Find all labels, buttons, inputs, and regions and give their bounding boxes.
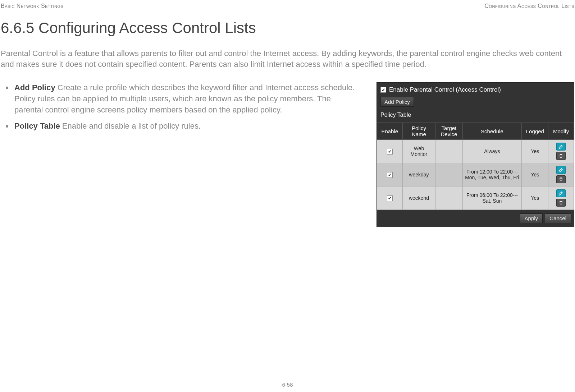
cell-modify <box>548 186 574 210</box>
bullet-text: Enable and disable a list of policy rule… <box>60 121 201 130</box>
cell-policy-name: Web Monitor <box>402 140 435 163</box>
bullet-add-policy: Add Policy Create a rule profile which d… <box>13 82 359 115</box>
table-row: ✔ Web Monitor Always Yes <box>377 140 574 163</box>
row-enable-checkbox[interactable]: ✔ <box>387 195 393 201</box>
table-header-row: Enable Policy Name Target Device Schedul… <box>377 123 574 140</box>
header-left: Basic Network Settings <box>1 3 63 9</box>
row-enable-checkbox[interactable]: ✔ <box>387 149 393 155</box>
page-header: Basic Network Settings Configuring Acces… <box>0 0 575 9</box>
content-row: Add Policy Create a rule profile which d… <box>0 69 575 227</box>
cell-policy-name: weekday <box>402 163 435 186</box>
panel-top: ✔ Enable Parental Control (Access Contro… <box>377 83 574 123</box>
cell-enable: ✔ <box>377 186 403 210</box>
cell-policy-name: weekend <box>402 186 435 210</box>
table-row: ✔ weekend From 06:00 To 22:00---Sat, Sun… <box>377 186 574 210</box>
edit-icon[interactable] <box>556 166 566 174</box>
cell-logged: Yes <box>522 163 548 186</box>
apply-button[interactable]: Apply <box>520 213 543 223</box>
trash-icon[interactable] <box>556 199 566 207</box>
col-logged: Logged <box>522 123 548 140</box>
bullet-lead: Add Policy <box>14 83 55 92</box>
trash-icon[interactable] <box>556 175 566 183</box>
row-enable-checkbox[interactable]: ✔ <box>387 172 393 178</box>
col-policy-name: Policy Name <box>402 123 435 140</box>
cell-target-device <box>435 163 462 186</box>
page-number: 6-58 <box>0 382 575 388</box>
policy-table-label: Policy Table <box>380 110 570 120</box>
bullet-list: Add Policy Create a rule profile which d… <box>1 82 359 227</box>
table-row: ✔ weekday From 12:00 To 22:00---Mon, Tue… <box>377 163 574 186</box>
panel-footer: Apply Cancel <box>377 210 574 227</box>
col-target-device: Target Device <box>435 123 462 140</box>
edit-icon[interactable] <box>556 189 566 197</box>
cell-schedule: From 12:00 To 22:00---Mon, Tue, Wed, Thu… <box>462 163 522 186</box>
col-enable: Enable <box>377 123 403 140</box>
bullet-text: Create a rule profile which describes th… <box>14 83 355 114</box>
bullet-lead: Policy Table <box>14 121 60 130</box>
edit-icon[interactable] <box>556 143 566 151</box>
cell-schedule: Always <box>462 140 522 163</box>
enable-parental-control-checkbox[interactable]: ✔ <box>380 87 386 93</box>
bullet-policy-table: Policy Table Enable and disable a list o… <box>13 121 359 132</box>
trash-icon[interactable] <box>556 152 566 160</box>
intro-paragraph: Parental Control is a feature that allow… <box>0 43 575 69</box>
col-modify: Modify <box>548 123 574 140</box>
cell-enable: ✔ <box>377 163 403 186</box>
cell-logged: Yes <box>522 140 548 163</box>
cell-modify <box>548 163 574 186</box>
cancel-button[interactable]: Cancel <box>545 213 571 223</box>
page-title: 6.6.5 Configuring Access Control Lists <box>0 9 575 43</box>
col-schedule: Schedule <box>462 123 522 140</box>
cell-enable: ✔ <box>377 140 403 163</box>
cell-schedule: From 06:00 To 22:00---Sat, Sun <box>462 186 522 210</box>
cell-logged: Yes <box>522 186 548 210</box>
header-right: Configuring Access Control Lists <box>484 3 574 9</box>
add-policy-button[interactable]: Add Policy <box>380 97 414 107</box>
policy-table: Enable Policy Name Target Device Schedul… <box>377 123 574 210</box>
cell-modify <box>548 140 574 163</box>
enable-parental-control-row: ✔ Enable Parental Control (Access Contro… <box>380 86 570 97</box>
cell-target-device <box>435 140 462 163</box>
cell-target-device <box>435 186 462 210</box>
enable-parental-control-label: Enable Parental Control (Access Control) <box>389 86 501 93</box>
parental-control-panel: ✔ Enable Parental Control (Access Contro… <box>377 82 574 227</box>
